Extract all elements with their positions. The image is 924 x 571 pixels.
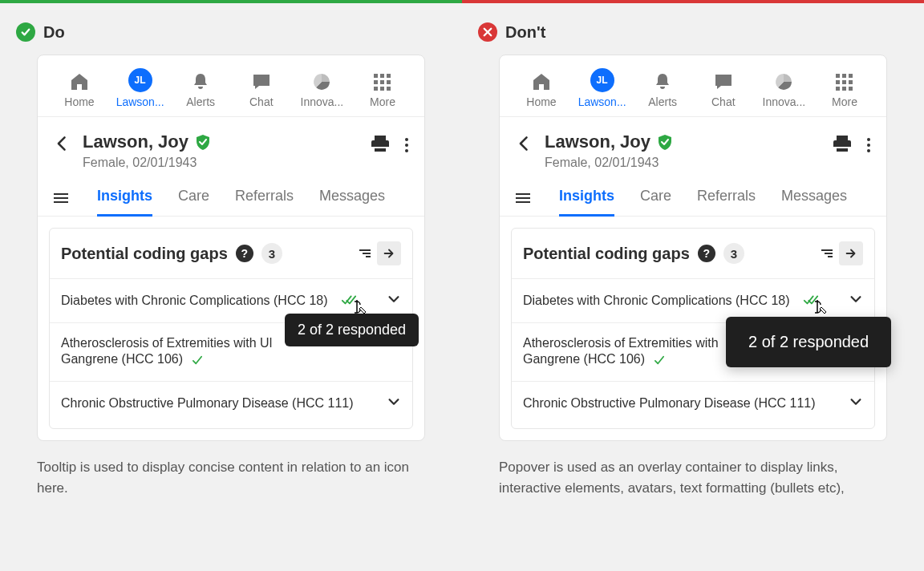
- nav-innova-label: Innova...: [763, 95, 806, 108]
- tab-care[interactable]: Care: [640, 180, 671, 216]
- nav-home[interactable]: Home: [516, 71, 567, 108]
- cursor-icon: [351, 298, 368, 318]
- chat-icon: [251, 71, 272, 92]
- tab-messages[interactable]: Messages: [319, 180, 385, 216]
- nav-chat-label: Chat: [249, 95, 274, 108]
- more-grid-icon: [372, 71, 393, 92]
- avatar-initials: JL: [597, 75, 608, 86]
- check-icon: [19, 26, 32, 38]
- row1-text: Diabetes with Chronic Complications (HCC…: [523, 294, 790, 308]
- chat-icon: [713, 71, 734, 92]
- verified-shield-icon: [657, 134, 673, 150]
- do-caption: Tooltip is used to display concise conte…: [37, 457, 425, 498]
- nav-home-label: Home: [526, 95, 556, 108]
- patient-header: Lawson, Joy Female, 02/01/1943: [500, 117, 886, 180]
- row2b-text: Gangrene (HCC 106): [523, 352, 645, 366]
- tab-menu-button[interactable]: [516, 193, 530, 203]
- chevron-down-icon: [849, 395, 863, 412]
- nav-innova-label: Innova...: [301, 95, 344, 108]
- kebab-menu[interactable]: [405, 138, 408, 152]
- row1-text: Diabetes with Chronic Complications (HCC…: [61, 294, 328, 308]
- patient-sub: Female, 02/01/1943: [83, 156, 211, 170]
- bell-icon: [190, 71, 211, 92]
- back-button[interactable]: [54, 135, 71, 156]
- dont-badge: [478, 22, 497, 42]
- row3-text: Chronic Obstructive Pulmonary Disease (H…: [523, 396, 816, 411]
- dont-column: Don't Home JL Lawson... Alerts Chat: [462, 0, 924, 522]
- nav-chat[interactable]: Chat: [698, 71, 749, 108]
- do-card: Home JL Lawson... Alerts Chat Innova...: [37, 55, 425, 441]
- tab-care[interactable]: Care: [178, 180, 209, 216]
- nav-lawson[interactable]: JL Lawson...: [577, 68, 628, 108]
- do-label: Do: [43, 23, 65, 42]
- tooltip: 2 of 2 responded: [285, 314, 419, 346]
- dont-caption: Popover is used as an overlay container …: [499, 457, 887, 498]
- patient-name: Lawson, Joy: [545, 132, 650, 152]
- expand-button[interactable]: [377, 241, 401, 265]
- bell-icon: [652, 71, 673, 92]
- help-icon[interactable]: ?: [236, 245, 253, 262]
- popover[interactable]: 2 of 2 responded: [726, 317, 891, 367]
- cross-icon: [481, 26, 494, 38]
- patient-name: Lawson, Joy: [83, 132, 188, 152]
- pie-icon: [311, 71, 332, 92]
- tab-referrals[interactable]: Referrals: [235, 180, 294, 216]
- nav-alerts[interactable]: Alerts: [637, 71, 688, 108]
- nav-more[interactable]: More: [357, 71, 408, 108]
- nav-home[interactable]: Home: [54, 71, 105, 108]
- nav-more[interactable]: More: [819, 71, 870, 108]
- panel-title: Potential coding gaps: [523, 245, 690, 263]
- print-button[interactable]: [370, 133, 391, 157]
- sort-icon[interactable]: [821, 249, 833, 257]
- back-button[interactable]: [516, 135, 533, 156]
- single-check-icon: [653, 354, 666, 368]
- pie-icon: [773, 71, 794, 92]
- list-item[interactable]: Chronic Obstructive Pulmonary Disease (H…: [512, 381, 874, 425]
- nav-innova[interactable]: Innova...: [296, 71, 347, 108]
- kebab-menu[interactable]: [867, 138, 870, 152]
- print-button[interactable]: [832, 133, 853, 157]
- chevron-down-icon: [849, 292, 863, 310]
- do-column: Do Home JL Lawson... Alerts Chat: [0, 0, 462, 522]
- home-icon: [531, 71, 552, 92]
- nav-innova[interactable]: Innova...: [758, 71, 809, 108]
- more-grid-icon: [834, 71, 855, 92]
- tab-bar: Insights Care Referrals Messages: [38, 180, 424, 217]
- tab-messages[interactable]: Messages: [781, 180, 847, 216]
- nav-chat-label: Chat: [711, 95, 736, 108]
- nav-lawson-label: Lawson...: [116, 95, 164, 108]
- help-icon[interactable]: ?: [698, 245, 715, 262]
- print-icon: [832, 133, 853, 154]
- cursor-icon: [811, 298, 829, 318]
- tab-referrals[interactable]: Referrals: [697, 180, 756, 216]
- sort-icon[interactable]: [359, 249, 371, 257]
- nav-alerts[interactable]: Alerts: [175, 71, 226, 108]
- avatar-initials: JL: [135, 75, 146, 86]
- tab-bar: Insights Care Referrals Messages: [500, 180, 886, 217]
- home-icon: [69, 71, 90, 92]
- dont-card: Home JL Lawson... Alerts Chat Innova...: [499, 55, 887, 441]
- nav-lawson[interactable]: JL Lawson...: [115, 68, 166, 108]
- do-badge: [16, 22, 35, 42]
- tab-menu-button[interactable]: [54, 193, 68, 203]
- arrow-right-icon: [382, 246, 396, 261]
- dont-label: Don't: [505, 23, 545, 42]
- row2b-text: Gangrene (HCC 106): [61, 352, 183, 366]
- back-arrow-icon: [516, 135, 533, 152]
- top-nav: Home JL Lawson... Alerts Chat Innova...: [38, 55, 424, 117]
- nav-home-label: Home: [64, 95, 94, 108]
- panel-title: Potential coding gaps: [61, 245, 228, 263]
- avatar-icon: JL: [128, 68, 152, 92]
- nav-lawson-label: Lawson...: [578, 95, 626, 108]
- count-badge: 3: [723, 243, 744, 264]
- expand-button[interactable]: [839, 241, 863, 265]
- tab-insights[interactable]: Insights: [559, 180, 614, 216]
- row2a-text: Atherosclerosis of Extremities with: [523, 336, 719, 350]
- nav-chat[interactable]: Chat: [236, 71, 287, 108]
- arrow-right-icon: [844, 246, 858, 261]
- single-check-icon: [191, 354, 204, 368]
- back-arrow-icon: [54, 135, 71, 152]
- tab-insights[interactable]: Insights: [97, 180, 152, 216]
- avatar-icon: JL: [590, 68, 614, 92]
- list-item[interactable]: Chronic Obstructive Pulmonary Disease (H…: [50, 381, 412, 425]
